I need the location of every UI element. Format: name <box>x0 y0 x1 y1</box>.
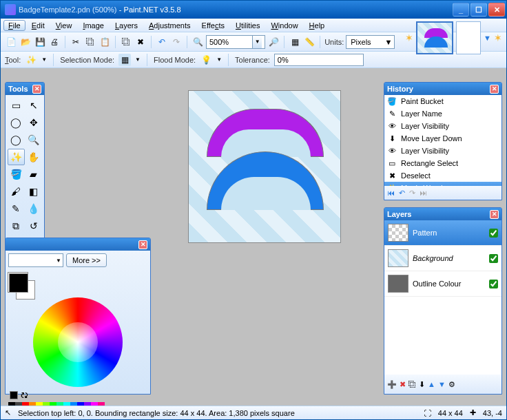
tool-magic-wand[interactable]: ✨ <box>8 149 25 165</box>
menu-layers[interactable]: Layers <box>110 20 143 31</box>
layer-item[interactable]: Outline Colour <box>384 271 501 297</box>
history-first-icon[interactable]: ⏮ <box>387 189 395 197</box>
close-icon[interactable]: ✕ <box>490 85 499 94</box>
move-down-icon[interactable]: ▼ <box>438 380 446 388</box>
color-wheel[interactable] <box>33 297 123 387</box>
star-icon[interactable]: ✶ <box>405 32 413 43</box>
duplicate-layer-icon[interactable]: ⿻ <box>408 380 416 388</box>
layers-list[interactable]: PatternBackgroundOutline Colour <box>384 220 501 375</box>
history-item[interactable]: ▭Rectangle Select <box>384 157 501 169</box>
history-item-icon: 👁 <box>387 146 397 156</box>
colors-panel: ✕ ▼ More >> 🗘 <box>5 238 151 395</box>
menu-help[interactable]: Help <box>304 20 330 31</box>
menu-adjustments[interactable]: Adjustments <box>144 20 196 31</box>
chevron-down-icon[interactable]: ▼ <box>484 34 491 42</box>
layer-visibility-checkbox[interactable] <box>489 254 498 263</box>
deselect-icon[interactable]: ✖ <box>134 36 147 48</box>
tool-gradient[interactable]: ▰ <box>25 166 43 182</box>
more-button[interactable]: More >> <box>66 253 107 267</box>
tool-color-picker[interactable]: 💧 <box>25 200 43 217</box>
history-item[interactable]: ✖Deselect <box>384 169 501 182</box>
undo-icon[interactable]: ↶ <box>156 36 168 48</box>
save-icon[interactable]: 💾 <box>34 36 46 48</box>
close-icon[interactable]: ✕ <box>490 210 499 219</box>
properties-icon[interactable]: ⚙ <box>448 380 455 389</box>
tool-brush[interactable]: 🖌 <box>8 183 25 200</box>
tool-rect-select[interactable]: ▭ <box>8 97 25 114</box>
menu-file[interactable]: File <box>3 20 25 31</box>
history-item[interactable]: ✎Layer Name <box>384 107 501 120</box>
history-undo-icon[interactable]: ↶ <box>399 189 405 198</box>
history-item[interactable]: 👁Layer Visibility <box>384 145 501 157</box>
close-icon[interactable]: ✕ <box>138 240 147 249</box>
open-icon[interactable]: 📂 <box>19 36 32 48</box>
canvas[interactable] <box>188 90 341 243</box>
tolerance-input[interactable]: 0% <box>274 54 364 66</box>
tool-move[interactable]: ↖ <box>25 97 43 114</box>
swap-colors[interactable] <box>10 391 18 399</box>
history-item-icon: ▭ <box>387 158 397 168</box>
document-thumb-2[interactable] <box>456 21 481 54</box>
tool-zoom[interactable]: 🔍 <box>25 132 43 148</box>
menu-utilities[interactable]: Utilities <box>231 20 265 31</box>
tool-move-selection[interactable]: ✥ <box>25 114 43 131</box>
history-item[interactable]: 🪣Paint Bucket <box>384 95 501 107</box>
menu-effects[interactable]: Effects <box>197 20 229 31</box>
copy-icon[interactable]: ⿻ <box>84 36 96 48</box>
close-icon[interactable]: ✕ <box>32 85 41 94</box>
zoom-value: 500% <box>209 38 229 46</box>
print-icon[interactable]: 🖨 <box>48 36 61 48</box>
maximize-button[interactable]: ☐ <box>470 3 487 17</box>
merge-down-icon[interactable]: ⬇ <box>419 380 425 389</box>
zoom-in-icon[interactable]: 🔎 <box>267 36 280 48</box>
tool-lasso[interactable]: ◯ <box>8 114 25 131</box>
chevron-down-icon[interactable]: ▼ <box>385 38 393 46</box>
menu-edit[interactable]: Edit <box>27 20 50 31</box>
selection-mode-icon[interactable]: ▦ <box>118 54 131 66</box>
close-button[interactable]: ✕ <box>488 3 505 17</box>
chevron-down-icon[interactable]: ▼ <box>252 36 262 48</box>
history-list[interactable]: 🪣Paint Bucket✎Layer Name👁Layer Visibilit… <box>384 95 501 186</box>
tool-clone[interactable]: ⧉ <box>8 218 25 234</box>
paste-icon[interactable]: 📋 <box>99 36 111 48</box>
layer-visibility-checkbox[interactable] <box>489 229 498 238</box>
flood-mode-icon[interactable]: 💡 <box>200 54 212 66</box>
units-select[interactable]: Pixels ▼ <box>346 35 394 49</box>
menu-window[interactable]: Window <box>266 20 302 31</box>
panel-title: History <box>387 85 413 93</box>
menu-view[interactable]: View <box>51 20 77 31</box>
grid-icon[interactable]: ▦ <box>289 36 301 48</box>
tool-pan[interactable]: ✋ <box>25 149 43 165</box>
zoom-select[interactable]: 500% ▼ <box>206 35 265 49</box>
tool-paint-bucket[interactable]: 🪣 <box>8 166 25 182</box>
delete-layer-icon[interactable]: ✖ <box>400 380 406 389</box>
tool-recolor[interactable]: ↺ <box>25 218 43 234</box>
tool-ellipse-select[interactable]: ◯ <box>8 132 25 148</box>
cut-icon[interactable]: ✂ <box>70 36 82 48</box>
history-item[interactable]: 👁Layer Visibility <box>384 120 501 132</box>
reset-colors-icon[interactable]: 🗘 <box>21 391 28 399</box>
move-up-icon[interactable]: ▲ <box>428 380 435 388</box>
history-redo-icon[interactable]: ↷ <box>409 189 415 198</box>
new-icon[interactable]: 📄 <box>5 36 17 48</box>
layer-visibility-checkbox[interactable] <box>489 280 498 288</box>
color-swatches[interactable] <box>8 273 28 292</box>
add-layer-icon[interactable]: ➕ <box>387 380 397 389</box>
history-last-icon[interactable]: ⏭ <box>420 189 427 197</box>
layer-item[interactable]: Pattern <box>384 220 501 246</box>
crop-icon[interactable]: ⿻ <box>120 36 132 48</box>
menu-image[interactable]: Image <box>78 20 109 31</box>
redo-icon[interactable]: ↷ <box>170 36 183 48</box>
document-thumb-active[interactable] <box>416 21 453 54</box>
color-mode-select[interactable]: ▼ <box>8 253 63 267</box>
tool-pencil[interactable]: ✎ <box>8 200 25 217</box>
layer-item[interactable]: Background <box>384 246 501 271</box>
units-value: Pixels <box>351 38 371 46</box>
tool-eraser[interactable]: ◧ <box>25 183 43 200</box>
star-icon[interactable]: ✶ <box>494 32 502 43</box>
zoom-out-icon[interactable]: 🔍 <box>192 36 204 48</box>
ruler-icon[interactable]: 📏 <box>303 36 315 48</box>
minimize-button[interactable]: _ <box>453 3 469 17</box>
magic-wand-icon[interactable]: ✨ <box>25 54 37 66</box>
history-item[interactable]: ⬇Move Layer Down <box>384 132 501 145</box>
